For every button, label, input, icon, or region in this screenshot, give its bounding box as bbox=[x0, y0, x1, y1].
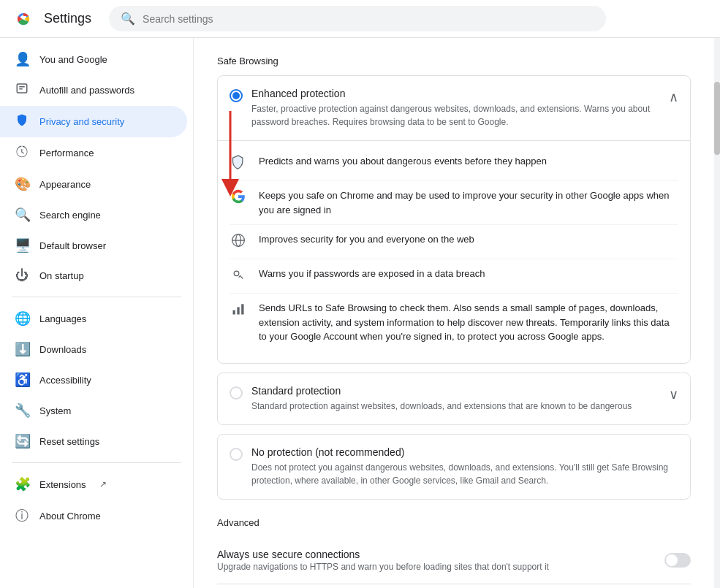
advanced-section: Advanced Always use secure connections U… bbox=[217, 517, 691, 584]
downloads-icon: ⬇️ bbox=[15, 341, 29, 357]
accessibility-icon: ♿ bbox=[15, 372, 29, 388]
standard-protection-header[interactable]: Standard protection Standard protection … bbox=[218, 373, 690, 424]
sidebar-item-system[interactable]: 🔧System bbox=[0, 395, 187, 426]
extensions-external-icon: ↗ bbox=[99, 479, 107, 489]
svg-rect-11 bbox=[237, 308, 239, 315]
sidebar-item-autofill[interactable]: Autofill and passwords bbox=[0, 75, 187, 106]
sidebar-item-appearance[interactable]: 🎨Appearance bbox=[0, 169, 187, 199]
no-protection-radio[interactable] bbox=[230, 448, 243, 461]
svg-point-9 bbox=[234, 271, 239, 276]
search-icon: 🔍 bbox=[121, 12, 135, 26]
app-header: Settings 🔍 bbox=[0, 0, 720, 38]
sidebar-item-label-downloads: Downloads bbox=[39, 344, 86, 355]
chart-feature-icon bbox=[230, 302, 247, 320]
extensions-icon: 🧩 bbox=[15, 476, 29, 492]
sidebar-item-label-reset-settings: Reset settings bbox=[39, 436, 99, 447]
autofill-icon bbox=[15, 82, 29, 99]
feature-list: Predicts and warns you about dangerous e… bbox=[218, 141, 690, 363]
sidebar: 👤You and GoogleAutofill and passwordsPri… bbox=[0, 38, 194, 588]
system-icon: 🔧 bbox=[15, 402, 29, 419]
feature-text-2: Improves security for you and everyone o… bbox=[259, 232, 474, 247]
always-https-content: Always use secure connections Upgrade na… bbox=[217, 549, 656, 572]
sidebar-item-label-on-startup: On startup bbox=[39, 270, 84, 281]
safe-browsing-section-title: Safe Browsing bbox=[217, 56, 691, 66]
sidebar-item-label-extensions: Extensions bbox=[39, 479, 86, 490]
sidebar-item-downloads[interactable]: ⬇️Downloads bbox=[0, 334, 187, 364]
scrollbar-thumb[interactable] bbox=[714, 82, 720, 155]
always-https-desc: Upgrade navigations to HTTPS and warn yo… bbox=[217, 562, 656, 572]
sidebar-item-about-chrome[interactable]: ⓘAbout Chrome bbox=[0, 500, 187, 532]
google-feature-icon bbox=[230, 189, 247, 207]
sidebar-item-accessibility[interactable]: ♿Accessibility bbox=[0, 364, 187, 395]
globe-feature-icon bbox=[230, 233, 247, 251]
no-protection-content: No protection (not recommended) Does not… bbox=[251, 446, 678, 487]
advanced-label: Advanced bbox=[217, 517, 691, 528]
standard-protection-content: Standard protection Standard protection … bbox=[251, 385, 660, 413]
standard-chevron[interactable]: ∨ bbox=[669, 386, 678, 402]
sidebar-item-search-engine[interactable]: 🔍Search engine bbox=[0, 199, 187, 230]
svg-rect-12 bbox=[241, 304, 243, 314]
enhanced-chevron[interactable]: ∧ bbox=[669, 89, 678, 105]
feature-text-3: Warns you if passwords are exposed in a … bbox=[259, 267, 485, 281]
sidebar-item-label-default-browser: Default browser bbox=[39, 240, 106, 251]
enhanced-protection-header[interactable]: Enhanced protection Faster, proactive pr… bbox=[218, 76, 690, 141]
enhanced-radio[interactable] bbox=[230, 89, 243, 102]
languages-icon: 🌐 bbox=[15, 310, 29, 327]
default-browser-icon: 🖥️ bbox=[15, 237, 29, 253]
performance-icon bbox=[15, 145, 29, 161]
always-https-toggle[interactable] bbox=[664, 553, 691, 568]
search-input[interactable] bbox=[143, 13, 594, 25]
content-area: Safe Browsing Enhanced protection Faster… bbox=[194, 38, 714, 588]
standard-radio[interactable] bbox=[230, 386, 243, 400]
sidebar-item-on-startup[interactable]: ⏻On startup bbox=[0, 261, 187, 291]
privacy-icon bbox=[15, 113, 29, 130]
reset-settings-icon: 🔄 bbox=[15, 433, 29, 449]
sidebar-item-label-you-and-google: You and Google bbox=[39, 54, 107, 65]
main-layout: 👤You and GoogleAutofill and passwordsPri… bbox=[0, 38, 720, 588]
feature-item-4: Sends URLs to Safe Browsing to check the… bbox=[230, 294, 678, 351]
always-https-item: Always use secure connections Upgrade na… bbox=[217, 537, 691, 584]
shield-feature-icon bbox=[230, 155, 247, 173]
feature-text-1: Keeps you safe on Chrome and may be used… bbox=[259, 188, 678, 217]
enhanced-desc: Faster, proactive protection against dan… bbox=[251, 102, 660, 129]
enhanced-protection-card: Enhanced protection Faster, proactive pr… bbox=[217, 75, 691, 364]
sidebar-item-label-privacy: Privacy and security bbox=[39, 116, 124, 127]
on-startup-icon: ⏻ bbox=[15, 268, 29, 283]
sidebar-item-label-system: System bbox=[39, 405, 71, 416]
standard-desc: Standard protection against websites, do… bbox=[251, 400, 660, 413]
svg-rect-10 bbox=[233, 310, 235, 315]
no-protection-header[interactable]: No protection (not recommended) Does not… bbox=[218, 435, 690, 499]
sidebar-item-label-performance: Performance bbox=[39, 148, 94, 159]
standard-protection-card: Standard protection Standard protection … bbox=[217, 373, 691, 425]
sidebar-item-extensions[interactable]: 🧩Extensions↗ bbox=[0, 469, 187, 500]
search-engine-icon: 🔍 bbox=[15, 207, 29, 223]
standard-title: Standard protection bbox=[251, 385, 660, 397]
feature-text-0: Predicts and warns you about dangerous e… bbox=[259, 154, 547, 169]
sidebar-item-privacy[interactable]: Privacy and security bbox=[0, 106, 187, 137]
sidebar-item-languages[interactable]: 🌐Languages bbox=[0, 303, 187, 334]
sidebar-item-performance[interactable]: Performance bbox=[0, 137, 187, 169]
scrollbar-track bbox=[714, 38, 720, 588]
no-protection-title: No protection (not recommended) bbox=[251, 446, 678, 458]
sidebar-item-label-search-engine: Search engine bbox=[39, 210, 101, 221]
feature-item-3: Warns you if passwords are exposed in a … bbox=[230, 259, 678, 294]
sidebar-item-default-browser[interactable]: 🖥️Default browser bbox=[0, 230, 187, 261]
feature-item-1: Keeps you safe on Chrome and may be used… bbox=[230, 181, 678, 225]
sidebar-item-reset-settings[interactable]: 🔄Reset settings bbox=[0, 426, 187, 457]
no-protection-desc: Does not protect you against dangerous w… bbox=[251, 461, 678, 487]
appearance-icon: 🎨 bbox=[15, 176, 29, 192]
feature-item-0: Predicts and warns you about dangerous e… bbox=[230, 147, 678, 181]
sidebar-item-label-languages: Languages bbox=[39, 313, 86, 324]
chrome-logo bbox=[12, 7, 35, 31]
feature-text-4: Sends URLs to Safe Browsing to check the… bbox=[259, 301, 678, 344]
sidebar-item-label-appearance: Appearance bbox=[39, 179, 91, 190]
sidebar-item-label-about-chrome: About Chrome bbox=[39, 511, 101, 522]
search-bar[interactable]: 🔍 bbox=[109, 6, 606, 31]
always-https-title: Always use secure connections bbox=[217, 549, 656, 560]
sidebar-divider-on-startup bbox=[12, 297, 181, 297]
sidebar-item-you-and-google[interactable]: 👤You and Google bbox=[0, 44, 187, 75]
key-feature-icon bbox=[230, 267, 247, 286]
you-and-google-icon: 👤 bbox=[15, 51, 29, 67]
sidebar-divider-reset-settings bbox=[12, 462, 181, 463]
enhanced-protection-content: Enhanced protection Faster, proactive pr… bbox=[251, 88, 660, 129]
